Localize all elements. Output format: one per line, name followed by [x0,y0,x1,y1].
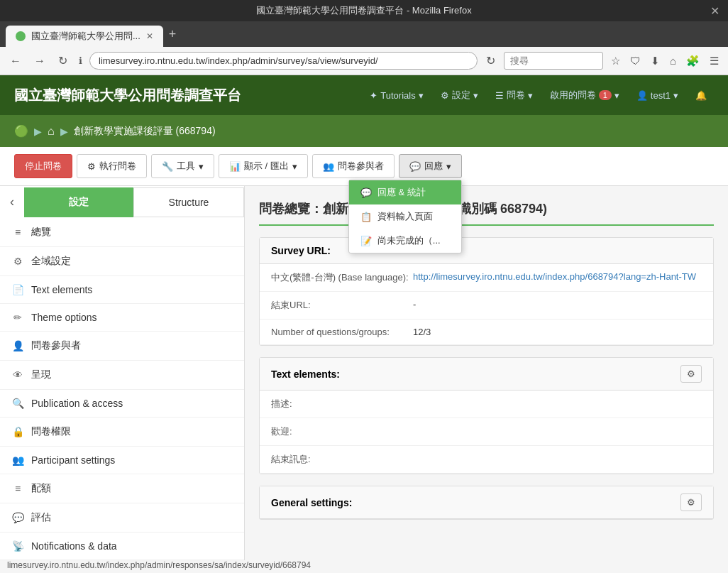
nav-user[interactable]: 👤 test1 ▾ [629,86,685,105]
sidebar-item-quota[interactable]: ≡ 配額 [0,474,244,503]
incomplete-item[interactable]: 📝 尚未完成的（... [349,229,461,253]
user-chevron: ▾ [673,90,678,101]
download-icon[interactable]: ⬇ [647,53,663,69]
general-settings-card-header: General settings: ⚙ [260,486,713,519]
nav-settings[interactable]: ⚙ 設定 ▾ [434,84,485,106]
sidebar-item-overview[interactable]: ≡ 總覽 [0,218,244,247]
tab-close-icon[interactable]: ✕ [146,31,153,41]
toolbar-wrapper: 停止問卷 ⚙ 執行問卷 🔧 工具 ▾ 📊 顯示 / 匯出 ▾ 👥 問卷參與者 [0,147,728,186]
text-elements-card-header: Text elements: ⚙ [260,358,713,391]
responses-button[interactable]: 💬 回應 ▾ [399,154,462,178]
sidebar-toggle-button[interactable]: ‹ [0,186,24,218]
table-icon: 📋 [360,212,372,222]
sidebar-quota-label: 配額 [31,482,51,495]
display-chevron: ▾ [292,161,297,172]
responses-stats-item[interactable]: 💬 回應 & 統計 [349,180,461,204]
page-title: 問卷總覽：創新教學實施課後評量 (識別碼 668794) [259,200,714,226]
participants-button[interactable]: 👥 問卷參與者 [312,154,395,178]
tools-chevron: ▾ [199,161,204,172]
sidebar-item-presentation[interactable]: 👁 呈現 [0,361,244,390]
notifications-icon: 📡 [11,540,24,552]
survey-toolbar: 停止問卷 ⚙ 執行問卷 🔧 工具 ▾ 📊 顯示 / 匯出 ▾ 👥 問卷參與者 [0,147,728,186]
refresh-button[interactable]: ↻ [54,53,72,69]
sidebar-permissions-label: 問卷權限 [31,425,71,438]
shield-icon[interactable]: 🛡 [627,53,644,68]
active-surveys-chevron: ▾ [614,90,619,101]
arrow-icon-2: ▶ [60,126,68,137]
nav-tutorials[interactable]: ✦ Tutorials ▾ [363,86,430,105]
app-logo[interactable]: 國立臺灣師範大學公用問卷調查平台 [14,86,241,105]
sidebar-item-permissions[interactable]: 🔒 問卷權限 [0,418,244,447]
sidebar-item-publication[interactable]: 🔍 Publication & access [0,390,244,418]
stop-survey-button[interactable]: 停止問卷 [14,154,72,178]
sidebar-item-assessment[interactable]: 💬 評估 [0,503,244,533]
user-label: test1 [651,90,671,101]
text-elements-header-label: Text elements: [271,369,340,380]
tools-button[interactable]: 🔧 工具 ▾ [151,154,214,178]
search-input[interactable] [504,52,603,70]
description-row: 描述: [260,391,713,418]
nav-survey[interactable]: ☰ 問卷 ▾ [488,84,540,106]
user-icon: 👤 [636,90,648,101]
sidebar-item-notifications[interactable]: 📡 Notifications & data [0,533,244,560]
browser-tab[interactable]: 國立臺灣師範大學公用問... ✕ [6,26,163,47]
survey-chevron: ▾ [528,90,533,101]
home-breadcrumb-icon[interactable]: ⌂ [48,125,55,138]
sidebar-participant-settings-label: Participant settings [31,454,115,466]
back-button[interactable]: ← [6,53,26,69]
display-button[interactable]: 📊 顯示 / 匯出 ▾ [219,154,308,178]
new-tab-button[interactable]: + [163,24,182,45]
data-entry-item[interactable]: 📋 資料輸入頁面 [349,204,461,229]
close-icon[interactable]: ✕ [710,4,719,18]
survey-url-link[interactable]: http://limesurvey.iro.ntnu.edu.tw/index.… [413,271,696,282]
sidebar-item-text-elements[interactable]: 📄 Text elements [0,276,244,304]
sidebar-global-label: 全域設定 [31,255,71,268]
forward-button[interactable]: → [30,53,50,69]
sidebar-publication-label: Publication & access [31,398,123,409]
responses-dropdown-menu: 💬 回應 & 統計 📋 資料輸入頁面 📝 尚未完成的（... [348,180,462,253]
overview-icon: ≡ [11,227,24,238]
favicon-icon [16,31,26,41]
survey-breadcrumb-name: 創新教學實施課後評量 (668794) [74,125,216,138]
general-settings-gear-button[interactable]: ⚙ [680,493,702,511]
theme-icon: ✏ [11,312,24,323]
text-elements-card-body: 描述: 歡迎: 結束訊息: [260,391,713,474]
end-url-label: 結束URL: [271,299,413,312]
menu-icon[interactable]: ☰ [706,53,722,69]
sidebar-theme-label: Theme options [31,312,97,323]
data-entry-label: 資料輸入頁面 [377,210,433,223]
responses-icon: 💬 [409,161,421,172]
execute-survey-button[interactable]: ⚙ 執行問卷 [77,154,147,178]
survey-list-icon: ☰ [495,90,504,101]
execute-label: 執行問卷 [99,160,136,173]
sidebar: ‹ 設定 Structure ≡ 總覽 ⚙ 全域設定 📄 Text elemen… [0,186,245,560]
extension-icon[interactable]: 🧩 [683,53,703,69]
address-bar[interactable] [89,52,478,70]
text-elements-gear-button[interactable]: ⚙ [680,365,702,383]
sidebar-item-global-settings[interactable]: ⚙ 全域設定 [0,247,244,276]
sidebar-tab-structure[interactable]: Structure [133,187,244,217]
home-icon[interactable]: ⌂ [666,53,680,68]
global-settings-icon: ⚙ [11,256,24,267]
nav-active-surveys[interactable]: 啟用的問卷 1 ▾ [543,84,627,106]
tools-icon: 🔧 [162,161,173,172]
sidebar-assessment-label: 評估 [31,511,51,524]
language-value: http://limesurvey.iro.ntnu.edu.tw/index.… [413,271,696,284]
sidebar-item-participant-settings[interactable]: 👥 Participant settings [0,447,244,474]
reload-icon[interactable]: ↻ [482,53,500,69]
info-icon: ℹ [76,54,85,67]
tutorials-icon: ✦ [370,90,377,101]
survey-url-header-label: Survey URL: [271,245,331,256]
bookmark-icon[interactable]: ☆ [607,53,624,69]
browser-tabbar: 國立臺灣師範大學公用問... ✕ + [0,21,728,47]
general-settings-card: General settings: ⚙ [259,486,714,520]
sidebar-tab-settings[interactable]: 設定 [24,187,133,217]
sidebar-item-participants[interactable]: 👤 問卷參與者 [0,332,244,361]
display-label: 顯示 / 匯出 [244,160,289,173]
active-surveys-badge: 1 [599,90,612,100]
sidebar-item-theme-options[interactable]: ✏ Theme options [0,304,244,332]
sidebar-text-label: Text elements [31,284,92,295]
nav-notifications[interactable]: 🔔 [688,86,714,105]
text-elements-icon: 📄 [11,284,24,295]
quota-icon: ≡ [11,483,24,494]
